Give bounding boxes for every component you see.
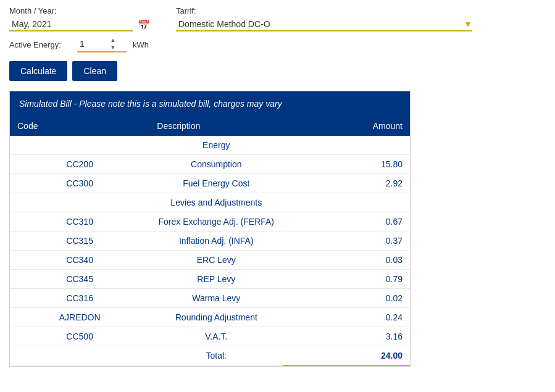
clean-button[interactable]: Clean: [72, 61, 117, 81]
total-amount: 24.00: [283, 346, 410, 366]
table-row: Rounding Adjustment: [149, 308, 283, 327]
bill-table: Code Description Amount Energy CC200 Con…: [10, 116, 410, 366]
table-row: Energy: [149, 136, 283, 155]
col-amount: Amount: [283, 116, 410, 136]
table-row: Forex Exchange Adj. (FERFA): [149, 212, 283, 231]
active-energy-label: Active Energy:: [9, 40, 71, 49]
spinner-up-button[interactable]: ▲: [108, 36, 118, 44]
tarrif-label: Tarrif:: [176, 6, 546, 15]
calendar-icon[interactable]: 📅: [136, 19, 151, 31]
chevron-down-icon: ▼: [464, 19, 472, 29]
calculate-button[interactable]: Calculate: [9, 61, 67, 81]
table-row: CC300: [10, 174, 149, 193]
active-energy-input[interactable]: [77, 38, 108, 50]
bill-container: Simulated Bill - Please note this is a s…: [9, 91, 411, 367]
table-row: 0.03: [283, 251, 410, 270]
table-row: 0.67: [283, 212, 410, 231]
table-row: REP Levy: [149, 270, 283, 289]
table-row: 0.24: [283, 308, 410, 327]
spinner-down-button[interactable]: ▼: [108, 44, 118, 51]
table-row: [283, 193, 410, 212]
table-row: CC200: [10, 155, 149, 174]
table-row: ERC Levy: [149, 251, 283, 270]
month-year-input[interactable]: [9, 18, 133, 31]
table-row: CC315: [10, 231, 149, 251]
kwh-unit-label: kWh: [133, 40, 149, 49]
total-label: Total:: [149, 346, 283, 366]
table-row: [283, 136, 410, 155]
table-row: CC310: [10, 212, 149, 231]
table-row: Levies and Adjustments: [149, 193, 283, 212]
table-row: Fuel Energy Cost: [149, 174, 283, 193]
table-row: 0.79: [283, 270, 410, 289]
table-row: Warma Levy: [149, 289, 283, 308]
table-row: 3.16: [283, 327, 410, 346]
table-row: V.A.T.: [149, 327, 283, 346]
col-code: Code: [10, 116, 149, 136]
table-row: AJREDON: [10, 308, 149, 327]
table-row: CC500: [10, 327, 149, 346]
table-row: CC345: [10, 270, 149, 289]
table-row: [10, 193, 149, 212]
table-row: [10, 136, 149, 155]
tarrif-select[interactable]: Domestic Method DC-O: [176, 18, 464, 30]
table-row: 15.80: [283, 155, 410, 174]
table-row: CC340: [10, 251, 149, 270]
table-row: Inflation Adj. (INFA): [149, 231, 283, 251]
table-row: 0.37: [283, 231, 410, 251]
table-row: CC316: [10, 289, 149, 308]
table-row: 2.92: [283, 174, 410, 193]
month-year-label: Month / Year:: [9, 6, 151, 15]
col-description: Description: [149, 116, 283, 136]
bill-header: Simulated Bill - Please note this is a s…: [10, 91, 410, 116]
table-row: 0.02: [283, 289, 410, 308]
table-row: Consumption: [149, 155, 283, 174]
total-row: [10, 346, 149, 366]
